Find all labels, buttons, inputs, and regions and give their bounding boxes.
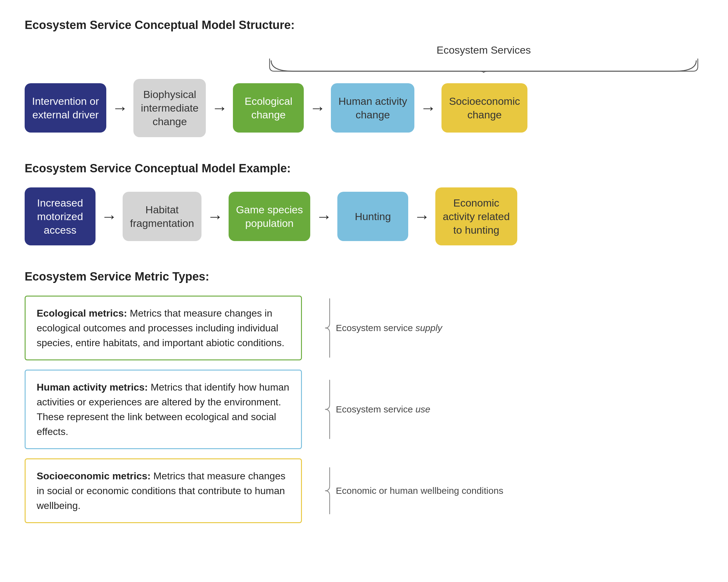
human-bold: Human activity metrics: Metrics that ide…	[37, 382, 289, 437]
node-biophysical: Biophysical intermediate change	[133, 79, 206, 137]
enode-motorized: Increased motorized access	[25, 187, 96, 246]
ecological-bold: Ecological metrics: Metrics that measure…	[37, 308, 284, 348]
earrow-1: →	[101, 208, 117, 224]
node-ecological: Ecological change	[233, 83, 304, 132]
arrow-2: →	[211, 100, 227, 116]
socioeconomic-side-text: Economic or human wellbeing conditions	[336, 485, 503, 496]
arrow-3: →	[309, 100, 325, 116]
socioeconomic-side-label: Economic or human wellbeing conditions	[314, 458, 503, 523]
earrow-4: →	[414, 208, 430, 224]
structure-title: Ecosystem Service Conceptual Model Struc…	[25, 19, 703, 32]
example-section: Ecosystem Service Conceptual Model Examp…	[25, 162, 703, 246]
structure-flow: Intervention or external driver → Biophy…	[25, 79, 703, 137]
node-human-activity: Human activity change	[331, 83, 414, 132]
enode-economic: Economic activity related to hunting	[435, 187, 517, 246]
socioeconomic-bold: Socioeconomic metrics: Metrics that meas…	[37, 471, 285, 511]
enode-hunting: Hunting	[337, 192, 408, 241]
brace-right-human	[314, 379, 333, 440]
enode-habitat: Habitat fragmentation	[123, 192, 202, 241]
socioeconomic-metric-row: Socioeconomic metrics: Metrics that meas…	[25, 458, 703, 523]
brace-right-socio	[314, 466, 333, 515]
example-flow: Increased motorized access → Habitat fra…	[25, 187, 703, 246]
earrow-2: →	[207, 208, 223, 224]
human-side-label: Ecosystem service use	[314, 370, 431, 449]
brace-right-eco	[314, 297, 333, 359]
ecological-metric-row: Ecological metrics: Metrics that measure…	[25, 296, 703, 360]
arrow-1: →	[112, 100, 128, 116]
ecological-side-label: Ecosystem service supply	[314, 296, 442, 360]
brace-svg	[268, 57, 699, 73]
arrow-4: →	[420, 100, 436, 116]
ecological-side-text: Ecosystem service supply	[336, 323, 442, 333]
node-socioeconomic: Socioeconomic change	[441, 83, 527, 132]
example-title: Ecosystem Service Conceptual Model Examp…	[25, 162, 703, 175]
earrow-3: →	[316, 208, 332, 224]
enode-game: Game species population	[229, 192, 310, 241]
human-metric-row: Human activity metrics: Metrics that ide…	[25, 370, 703, 449]
metrics-title: Ecosystem Service Metric Types:	[25, 270, 703, 283]
structure-section: Ecosystem Service Conceptual Model Struc…	[25, 19, 703, 137]
human-metric-box: Human activity metrics: Metrics that ide…	[25, 370, 302, 449]
node-intervention: Intervention or external driver	[25, 83, 106, 132]
ecological-metric-box: Ecological metrics: Metrics that measure…	[25, 296, 302, 360]
socioeconomic-metric-box: Socioeconomic metrics: Metrics that meas…	[25, 458, 302, 523]
human-side-text: Ecosystem service use	[336, 404, 431, 414]
brace-label: Ecosystem Services	[437, 44, 531, 56]
metrics-section: Ecosystem Service Metric Types: Ecologic…	[25, 270, 703, 523]
ecosystem-services-brace: Ecosystem Services	[25, 44, 703, 73]
